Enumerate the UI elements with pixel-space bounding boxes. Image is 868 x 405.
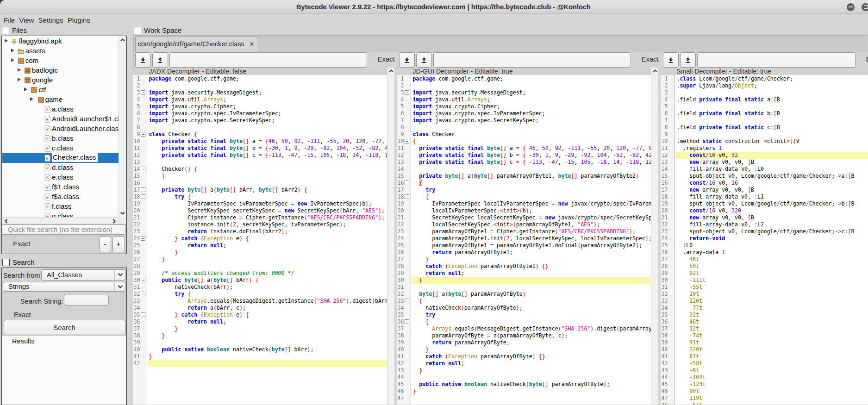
tree-item-f-class[interactable]: f.class (2, 202, 119, 212)
search-previous-button[interactable] (416, 52, 432, 68)
code-editor[interactable]: 1234567891011121314151617181920212223242… (661, 75, 868, 405)
code-line-39: return paramArrayOfByte; (412, 339, 651, 346)
search-string-input[interactable] (64, 295, 109, 305)
search-button[interactable]: Search (4, 320, 125, 335)
menu-plugins[interactable]: Plugins (65, 15, 92, 25)
tab-close-icon[interactable]: × (250, 40, 254, 48)
search-panel-checkbox[interactable] (2, 259, 10, 266)
workspace-checkbox[interactable] (134, 27, 141, 34)
tree-expander-icon[interactable] (18, 68, 21, 72)
code-line-44: -104t (675, 374, 868, 381)
font-decrease-button[interactable]: - (100, 237, 111, 252)
tree-expander-icon[interactable] (11, 58, 14, 62)
fold-marker-icon[interactable] (141, 90, 145, 95)
line-number: 22 (133, 221, 140, 228)
pane-search-input[interactable] (433, 52, 631, 68)
tree-item-f-a-class[interactable]: f$a.class (2, 192, 119, 202)
tree-item-d-class[interactable]: d.class (2, 163, 119, 173)
quick-file-search-input[interactable]: Quick file search (no file extension) (2, 224, 126, 235)
search-previous-button[interactable] (680, 52, 696, 68)
tree-item-assets[interactable]: assets (2, 46, 119, 56)
tree-expander-icon[interactable] (18, 78, 21, 81)
tree-item-flaggybird-apk[interactable]: flaggybird.apk (2, 37, 119, 46)
fold-marker-icon[interactable] (141, 167, 145, 171)
code-line-47 (412, 395, 651, 402)
minimize-icon[interactable] (847, 3, 855, 11)
code-line-19: IvParameterSpec localIvParameterSpec = n… (412, 200, 651, 207)
tree-item-e-class[interactable]: e.class (2, 173, 119, 182)
line-number: 10 (397, 138, 404, 145)
search-next-button[interactable] (663, 52, 679, 68)
fold-marker-icon[interactable] (141, 187, 145, 192)
fold-marker-icon[interactable] (405, 181, 409, 185)
tree-item-badlogic[interactable]: badlogic (2, 66, 119, 75)
fold-marker-icon[interactable] (405, 90, 409, 95)
tree-item-b-class[interactable]: b.class (2, 134, 119, 143)
code-line-1: package com.google.ctf.game; (148, 75, 387, 82)
files-panel-checkbox[interactable] (2, 27, 9, 34)
tree-expander-icon[interactable] (11, 49, 14, 52)
tree-item-androidlauncher-class[interactable]: AndroidLauncher.class (2, 124, 119, 134)
pane-search-input[interactable] (697, 52, 856, 68)
fold-marker-icon[interactable] (405, 139, 409, 143)
fold-marker-icon[interactable] (141, 236, 145, 241)
pane-vertical-scrollbar[interactable] (651, 68, 658, 405)
tree-item-g-class[interactable]: g.class (2, 212, 119, 218)
package-icon (31, 87, 37, 93)
tree-item-ctf[interactable]: ctf (2, 85, 119, 95)
tree-item-google[interactable]: google (2, 75, 119, 85)
code-line-12: private static final byte[] c = {-113, -… (148, 152, 387, 159)
search-exact-checkbox[interactable]: Exact (14, 311, 31, 318)
pane-exact-checkbox[interactable]: Exact (377, 55, 395, 63)
tree-item-com[interactable]: com (2, 56, 119, 66)
tree-item-f-1-class[interactable]: f$1.class (2, 182, 119, 192)
tree-expander-icon[interactable] (24, 87, 27, 91)
font-increase-button[interactable]: + (112, 237, 125, 252)
menu-settings[interactable]: Settings (36, 15, 65, 25)
line-number: 1 (661, 75, 668, 82)
menu-view[interactable]: View (17, 15, 36, 25)
menu-file[interactable]: File (2, 15, 17, 25)
search-type-dropdown[interactable]: Strings (3, 282, 125, 292)
search-from-dropdown[interactable]: All_Classes (41, 269, 125, 280)
fold-marker-icon[interactable] (405, 319, 409, 324)
fold-marker-icon[interactable] (141, 132, 145, 137)
fold-marker-icon[interactable] (141, 194, 145, 199)
tree-item-game[interactable]: game (2, 95, 119, 105)
tree-expander-icon[interactable] (30, 97, 33, 101)
search-next-button[interactable] (135, 52, 151, 68)
pane-exact-checkbox[interactable]: Exact (866, 55, 868, 63)
tree-horizontal-scrollbar[interactable] (2, 217, 119, 224)
code-line-23: return instance.doFinal(bArr2); (148, 228, 387, 235)
code-line-46: } (412, 388, 651, 395)
code-editor[interactable]: 1234567891011121314151617181920212223242… (397, 75, 651, 405)
pane-exact-checkbox[interactable]: Exact (641, 55, 659, 63)
tree-item-c-class[interactable]: c.class (2, 143, 119, 153)
window-corner (0, 0, 5, 5)
fold-marker-icon[interactable] (405, 194, 409, 199)
tree-vertical-scrollbar[interactable] (119, 36, 126, 217)
tree-item-label: ctf (38, 86, 46, 93)
pane-vertical-scrollbar[interactable] (387, 68, 394, 405)
search-panel-label: Search (12, 258, 35, 266)
tree-item-checker-class[interactable]: Checker.class (2, 153, 119, 163)
line-number: 28 (661, 263, 668, 270)
search-next-button[interactable] (399, 52, 415, 68)
code-line-38: } (148, 332, 387, 339)
code-line-25: return null; (148, 242, 387, 249)
fold-marker-icon[interactable] (141, 278, 145, 282)
tree-expander-icon[interactable] (5, 39, 8, 43)
code-line-12: const/16 v0, 32 (675, 152, 868, 159)
files-exact-checkbox[interactable]: Exact (13, 240, 31, 248)
tab-checker-class[interactable]: com/google/ctf/game/Checker.class × (135, 37, 258, 52)
code-editor[interactable]: 1234567891011121314151617181920212223242… (133, 75, 387, 405)
fold-marker-icon[interactable] (141, 292, 145, 296)
pane-search-input[interactable] (169, 52, 367, 68)
maximize-icon[interactable] (862, 3, 868, 11)
fold-marker-icon[interactable] (141, 312, 145, 317)
workspace-panel: com/google/ctf/game/Checker.class × Exac… (133, 36, 868, 405)
fold-marker-icon[interactable] (405, 299, 409, 303)
search-previous-button[interactable] (152, 52, 168, 68)
tree-item-a-class[interactable]: a.class (2, 105, 119, 114)
tree-item-androidlauncher-1-class[interactable]: AndroidLauncher$1.class (2, 114, 119, 124)
